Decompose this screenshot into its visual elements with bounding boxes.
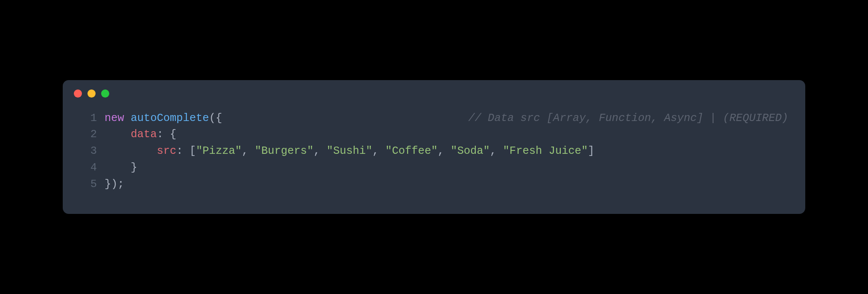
line-number: 2: [80, 127, 97, 143]
string-literal: "Soda": [451, 145, 490, 157]
brace: ({: [209, 112, 222, 124]
code-content: src: ["Pizza", "Burgers", "Sushi", "Coff…: [105, 143, 788, 160]
keyword-new: new: [105, 112, 124, 124]
code-line: 1 new autoComplete({ // Data src [Array,…: [80, 110, 788, 127]
string-literal: "Coffee": [385, 145, 437, 157]
function-name: autoComplete: [131, 112, 209, 124]
code-content: }: [105, 160, 788, 176]
code-window: 1 new autoComplete({ // Data src [Array,…: [63, 80, 805, 214]
window-titlebar: [63, 80, 805, 104]
code-content: data: {: [105, 127, 788, 143]
property-data: data: [131, 128, 157, 141]
code-content: new autoComplete({ // Data src [Array, F…: [105, 110, 788, 127]
code-line: 3 src: ["Pizza", "Burgers", "Sushi", "Co…: [80, 143, 788, 160]
code-comment: // Data src [Array, Function, Async] | (…: [468, 110, 788, 127]
code-line: 5 });: [80, 176, 788, 193]
colon-bracket: : [: [176, 145, 196, 157]
string-literal: "Burgers": [255, 145, 314, 157]
minimize-icon[interactable]: [87, 89, 96, 98]
close-icon[interactable]: [74, 89, 82, 98]
string-literal: "Fresh Juice": [503, 145, 588, 157]
zoom-icon[interactable]: [101, 89, 109, 98]
close-brace: }: [131, 161, 137, 174]
string-literal: "Pizza": [196, 145, 242, 157]
code-line: 4 }: [80, 160, 788, 176]
close-brace-paren: });: [105, 178, 124, 190]
line-number: 1: [80, 110, 97, 127]
colon-brace: : {: [157, 128, 176, 141]
line-number: 4: [80, 160, 97, 176]
code-line: 2 data: {: [80, 127, 788, 143]
string-literal: "Sushi": [326, 145, 372, 157]
line-number: 3: [80, 143, 97, 160]
line-number: 5: [80, 176, 97, 193]
code-editor[interactable]: 1 new autoComplete({ // Data src [Array,…: [63, 104, 805, 214]
property-src: src: [157, 145, 176, 157]
code-content: });: [105, 176, 788, 193]
close-bracket: ]: [588, 145, 594, 157]
